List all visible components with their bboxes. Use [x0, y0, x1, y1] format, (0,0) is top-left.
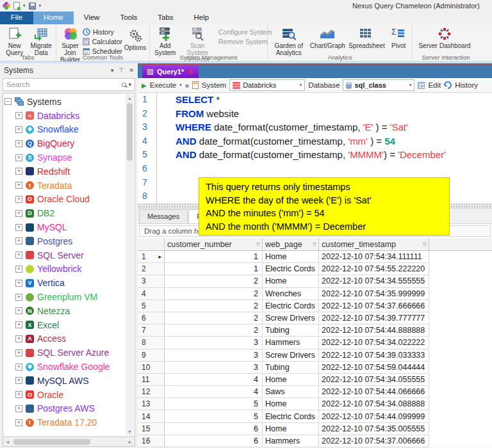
expand-icon[interactable]: +: [15, 419, 22, 426]
table-row[interactable]: 145Electric Cords2022-12-10 07:54:44.099…: [138, 410, 492, 422]
calculator-button[interactable]: Calculator: [83, 36, 122, 46]
sidebar-item-sql-server-azure[interactable]: +SQL Server Azure: [4, 346, 125, 360]
expand-icon[interactable]: +: [15, 196, 22, 203]
sidebar-item-oracle-cloud[interactable]: +OOracle Cloud: [4, 193, 125, 207]
quick-save-icon[interactable]: [29, 3, 36, 10]
garden-of-analytics-button[interactable]: Garden of Analytics: [269, 26, 308, 57]
column-header-customer-timestamp[interactable]: customer_timestamp ▽: [319, 238, 429, 250]
pivot-button[interactable]: Σ Pivot: [386, 26, 411, 50]
expand-icon[interactable]: +: [15, 182, 22, 189]
expand-icon[interactable]: +: [15, 168, 22, 175]
tree-horizontal-scrollbar[interactable]: ◄ ►: [3, 438, 135, 447]
add-system-button[interactable]: Add System: [151, 26, 179, 57]
sidebar-item-bigquery[interactable]: +QBigQuery: [4, 136, 125, 150]
tree-root-systems[interactable]: − Systems: [4, 95, 125, 109]
expand-icon[interactable]: +: [15, 210, 22, 217]
expand-icon[interactable]: +: [15, 266, 22, 273]
sidebar-item-redshift[interactable]: +Redshift: [4, 164, 125, 179]
configure-system-button[interactable]: Configure System: [216, 27, 266, 36]
table-row[interactable]: 42Wrenches2022-12-10 07:54:35.999999: [138, 288, 492, 300]
table-row[interactable]: 166Hammers2022-12-10 07:54:37.006666: [138, 435, 492, 447]
sidebar-item-postgres[interactable]: +Postgres: [4, 234, 125, 248]
menu-tools[interactable]: Tools: [110, 12, 147, 24]
filter-icon[interactable]: ▽: [423, 241, 427, 247]
panel-close-icon[interactable]: ✕: [129, 67, 134, 74]
sidebar-item-excel[interactable]: +XExcel: [4, 318, 125, 332]
sidebar-item-yellowbrick[interactable]: +Yellowbrick: [4, 262, 125, 276]
table-row[interactable]: 1▸1Home2022-12-10 07:54:34.111111: [138, 251, 492, 263]
table-row[interactable]: 62Screw Drivers2022-12-10 07:54:39.77777…: [138, 312, 492, 324]
scroll-left-icon[interactable]: ◄: [3, 438, 12, 446]
history-icon[interactable]: [443, 80, 454, 91]
sidebar-item-netezza[interactable]: +NNetezza: [4, 304, 125, 318]
sidebar-item-mysql-aws[interactable]: +MySQL AWS: [4, 374, 125, 388]
expand-icon[interactable]: +: [15, 252, 22, 259]
table-row[interactable]: 72Tubing2022-12-10 07:54:44.888888: [138, 324, 492, 337]
menu-view[interactable]: View: [74, 12, 110, 24]
column-header-customer-number[interactable]: customer_number ▽: [165, 238, 263, 250]
system-select-dropdown-icon[interactable]: ▾: [300, 83, 302, 88]
sidebar-item-mysql[interactable]: +MySQL: [4, 220, 125, 234]
expand-icon[interactable]: +: [15, 321, 22, 328]
sidebar-item-oracle[interactable]: +OOracle: [4, 388, 125, 402]
table-row[interactable]: 124Saws2022-12-10 07:54:44.066666: [138, 386, 492, 398]
expand-icon[interactable]: +: [15, 307, 22, 314]
stop-icon[interactable]: ■: [185, 82, 189, 89]
panel-chevron-down-icon[interactable]: ▾: [111, 67, 114, 74]
query-tab[interactable]: Query1* ✕: [142, 65, 199, 78]
expand-icon[interactable]: +: [15, 280, 22, 287]
sidebar-item-synapse[interactable]: +SSynapse: [4, 150, 125, 164]
table-row[interactable]: 114Home2022-12-10 07:54:34.055555: [138, 374, 492, 386]
sidebar-item-sql-server[interactable]: +SQL Server: [4, 248, 125, 262]
sidebar-item-postgres-aws[interactable]: +Postgres AWS: [4, 402, 125, 416]
remove-system-button[interactable]: Remove System: [216, 36, 266, 46]
scrollbar-thumb[interactable]: [13, 439, 90, 445]
query-tab-close-icon[interactable]: ✕: [188, 68, 193, 76]
table-row[interactable]: 83Hammers2022-12-10 07:54:34.022222: [138, 337, 492, 349]
menu-home[interactable]: Home: [33, 12, 74, 24]
table-row[interactable]: 21Electric Cords2022-12-10 07:54:55.2222…: [138, 263, 492, 275]
filter-icon[interactable]: ▽: [256, 241, 260, 247]
expand-icon[interactable]: +: [15, 391, 22, 398]
database-select[interactable]: sql_class ▾: [343, 79, 414, 91]
search-input[interactable]: Search ▾: [3, 78, 135, 91]
filter-icon[interactable]: ▽: [313, 241, 316, 247]
menu-help[interactable]: Help: [184, 12, 220, 24]
expand-icon[interactable]: +: [15, 154, 22, 161]
database-select-dropdown-icon[interactable]: ▾: [409, 83, 412, 88]
execute-icon[interactable]: ▶: [142, 82, 147, 89]
sidebar-item-teradata-17-20[interactable]: +tTeradata 17.20: [4, 415, 125, 429]
quick-access-dropdown-icon[interactable]: ▾: [39, 3, 42, 8]
table-row[interactable]: 52Electric Cords2022-12-10 07:54:37.6666…: [138, 300, 492, 312]
sidebar-item-access[interactable]: +AAccess: [4, 332, 125, 346]
expand-icon[interactable]: +: [15, 377, 22, 384]
menu-tabs[interactable]: Tabs: [147, 12, 183, 24]
execute-dropdown-icon[interactable]: ▾: [179, 83, 182, 88]
scroll-right-icon[interactable]: ►: [126, 438, 135, 446]
expand-icon[interactable]: +: [15, 224, 22, 231]
server-dashboard-button[interactable]: Server Dashboard: [414, 26, 475, 50]
new-query-button[interactable]: New Query: [1, 26, 28, 57]
table-row[interactable]: 103Tubing2022-12-10 07:54:59.044444: [138, 362, 492, 374]
page-icon[interactable]: [192, 81, 199, 89]
options-button[interactable]: Options: [122, 26, 148, 52]
quick-new-query-icon[interactable]: [13, 2, 20, 10]
expand-icon[interactable]: +: [15, 405, 22, 412]
column-header-web-page[interactable]: web_page ▽: [263, 238, 319, 250]
table-row[interactable]: 32Home2022-12-10 07:54:34.555555: [138, 275, 492, 287]
expand-icon[interactable]: +: [15, 126, 22, 133]
expand-icon[interactable]: +: [15, 237, 22, 244]
edit-grid-icon[interactable]: [418, 82, 425, 89]
sidebar-item-greenplum-vm[interactable]: +Greenplum VM: [4, 290, 125, 304]
scroll-down-icon[interactable]: ▼: [126, 428, 134, 436]
sidebar-item-teradata[interactable]: +tTeradata: [4, 179, 125, 193]
table-row[interactable]: 135Home2022-12-10 07:54:34.088888: [138, 398, 492, 410]
execute-button[interactable]: Execute: [150, 81, 177, 89]
history-button[interactable]: History: [455, 81, 478, 89]
collapse-icon[interactable]: −: [4, 98, 12, 105]
edit-button[interactable]: Edit: [428, 81, 441, 89]
expand-icon[interactable]: +: [15, 140, 22, 147]
expand-icon[interactable]: +: [15, 364, 22, 371]
menu-file[interactable]: File: [0, 12, 33, 24]
expand-icon[interactable]: +: [15, 335, 22, 342]
